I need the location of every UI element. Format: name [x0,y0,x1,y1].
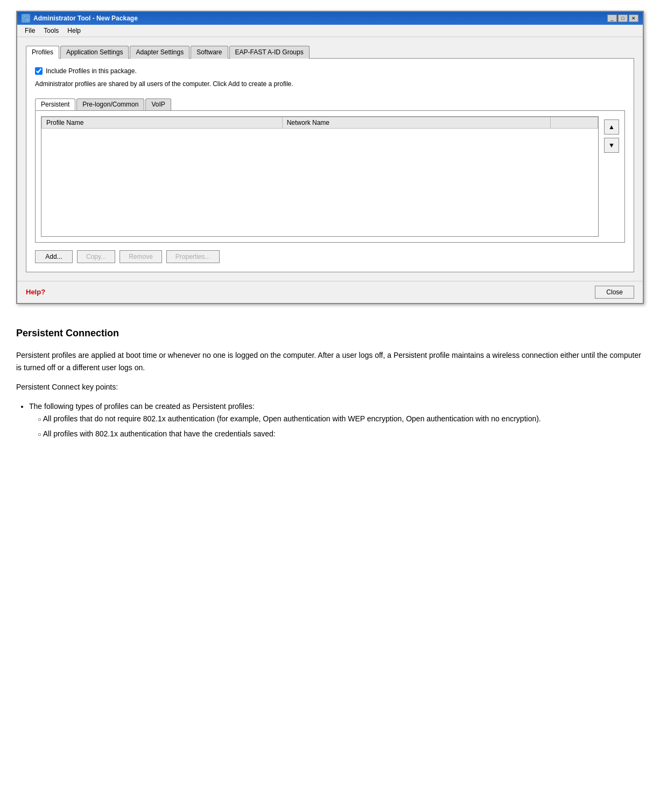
article-sub2: All profiles with 802.1x authentication … [38,428,644,440]
include-profiles-label: Include Profiles in this package. [46,67,137,75]
tab-prelogon[interactable]: Pre-logon/Common [76,98,144,110]
table-row-empty [42,129,598,236]
help-link[interactable]: Help? [26,288,45,296]
close-window-button[interactable]: ✕ [629,15,638,22]
tab-eap-fast[interactable]: EAP-FAST A-ID Groups [229,46,310,59]
tab-software[interactable]: Software [191,46,228,59]
profile-table: Profile Name Network Name [41,117,598,236]
title-bar-left: 🔧 Administrator Tool - New Package [22,14,138,23]
tab-profiles[interactable]: Profiles [26,46,59,59]
article-paragraph1: Persistent profiles are applied at boot … [16,349,644,373]
include-profiles-row: Include Profiles in this package. [35,67,625,75]
menu-tools[interactable]: Tools [39,26,63,36]
article-list: The following types of profiles can be c… [29,400,644,440]
article-sublist: All profiles that do not require 802.1x … [38,413,644,440]
col-profile-name: Profile Name [42,117,283,129]
profile-table-wrap: Profile Name Network Name [41,116,599,237]
close-button[interactable]: Close [595,286,634,299]
article: Persistent Connection Persistent profile… [0,315,660,462]
main-window: 🔧 Administrator Tool - New Package _ □ ✕… [16,11,644,304]
menubar: File Tools Help [17,25,643,37]
arrow-down-button[interactable]: ▼ [604,138,619,153]
maximize-button[interactable]: □ [618,15,628,22]
include-profiles-checkbox[interactable] [35,67,43,75]
outer-tabs: Profiles Application Settings Adapter Se… [26,46,634,59]
menu-help[interactable]: Help [63,26,85,36]
profiles-panel: Profile Name Network Name [35,110,625,243]
window-body: Profiles Application Settings Adapter Se… [17,37,643,281]
add-button[interactable]: Add... [35,250,73,263]
properties-button[interactable]: Properties... [166,250,220,263]
tab-content-profiles: Include Profiles in this package. Admini… [26,58,634,272]
app-icon: 🔧 [22,14,30,23]
article-bullet1: The following types of profiles can be c… [29,400,644,440]
title-bar: 🔧 Administrator Tool - New Package _ □ ✕ [17,12,643,25]
tab-persistent[interactable]: Persistent [35,98,75,110]
tab-voip[interactable]: VoIP [145,98,171,110]
info-text: Administrator profiles are shared by all… [35,80,625,88]
col-extra [551,117,598,129]
copy-button[interactable]: Copy... [77,250,115,263]
article-heading: Persistent Connection [16,326,644,341]
window-title: Administrator Tool - New Package [33,15,138,22]
window-footer: Help? Close [17,281,643,303]
tab-adapter-settings[interactable]: Adapter Settings [130,46,189,59]
inner-tabs: Persistent Pre-logon/Common VoIP [35,98,625,110]
minimize-button[interactable]: _ [607,15,617,22]
remove-button[interactable]: Remove [120,250,162,263]
action-buttons: Add... Copy... Remove Properties... [35,250,625,263]
title-bar-controls: _ □ ✕ [607,15,638,22]
tab-application-settings[interactable]: Application Settings [60,46,129,59]
profile-table-body[interactable] [42,129,598,236]
arrow-buttons: ▲ ▼ [604,116,619,153]
article-sub1: All profiles that do not require 802.1x … [38,413,644,425]
menu-file[interactable]: File [20,26,39,36]
arrow-up-button[interactable]: ▲ [604,119,619,135]
col-network-name: Network Name [282,117,550,129]
article-paragraph2: Persistent Connect key points: [16,381,644,393]
